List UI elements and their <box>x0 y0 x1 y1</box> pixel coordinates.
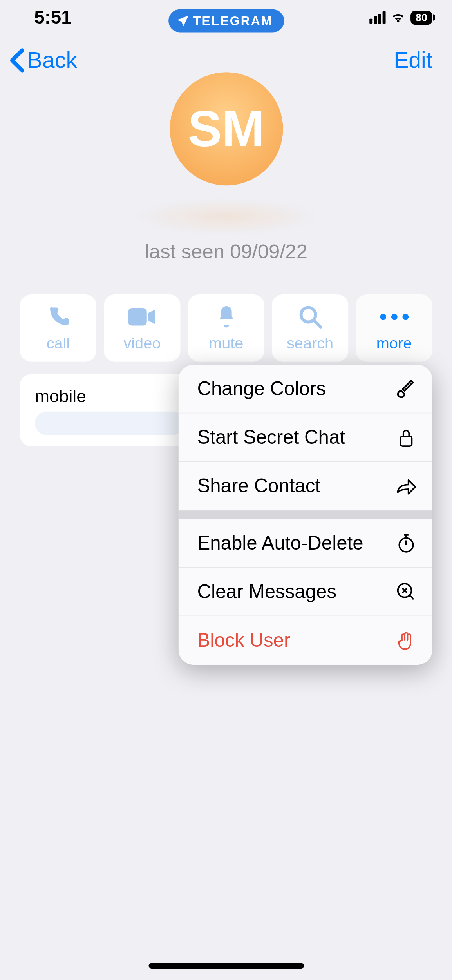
avatar[interactable]: SM <box>170 72 283 185</box>
menu-label: Start Secret Chat <box>197 426 345 448</box>
menu-separator <box>179 510 432 519</box>
menu-enable-auto-delete[interactable]: Enable Auto-Delete <box>179 519 432 568</box>
menu-clear-messages[interactable]: Clear Messages <box>179 568 432 616</box>
home-indicator[interactable] <box>148 963 304 969</box>
menu-label: Enable Auto-Delete <box>197 532 363 554</box>
call-button[interactable]: call <box>20 294 96 362</box>
magnifier-icon <box>298 304 323 329</box>
mute-button[interactable]: mute <box>188 294 264 362</box>
video-label: video <box>123 334 161 352</box>
menu-label: Share Contact <box>197 475 320 497</box>
contact-name-redacted <box>133 198 319 235</box>
svg-line-2 <box>313 319 321 327</box>
search-button[interactable]: search <box>272 294 348 362</box>
wifi-icon <box>391 11 405 24</box>
bell-icon <box>215 304 237 329</box>
status-right: 80 <box>369 10 432 25</box>
svg-point-4 <box>399 538 413 552</box>
menu-share-contact[interactable]: Share Contact <box>179 462 432 510</box>
brush-icon <box>395 379 417 399</box>
more-label: more <box>376 334 412 352</box>
battery-indicator: 80 <box>410 10 432 25</box>
app-pill-label: TELEGRAM <box>193 14 273 28</box>
lock-icon <box>395 427 417 447</box>
video-icon <box>128 304 156 329</box>
send-icon <box>175 14 189 28</box>
menu-label: Change Colors <box>197 377 325 400</box>
last-seen: last seen 09/09/22 <box>145 240 307 263</box>
timer-icon <box>395 533 417 553</box>
menu-change-colors[interactable]: Change Colors <box>179 365 432 414</box>
share-arrow-icon <box>395 477 417 495</box>
clear-chat-icon <box>395 582 417 602</box>
app-pill[interactable]: TELEGRAM <box>168 9 284 33</box>
action-row: call video mute search more <box>0 294 452 362</box>
status-bar: 5:51 TELEGRAM 80 <box>0 0 452 35</box>
menu-label: Block User <box>197 629 290 652</box>
more-button[interactable]: more <box>356 294 432 362</box>
more-icon <box>380 304 408 329</box>
chevron-left-icon <box>7 48 26 73</box>
nav-bar: Back Edit <box>0 35 452 78</box>
mute-label: mute <box>209 334 243 352</box>
more-popover: Change Colors Start Secret Chat Share Co… <box>179 365 432 665</box>
hand-icon <box>395 631 417 651</box>
svg-rect-0 <box>128 308 146 325</box>
back-button[interactable]: Back <box>7 47 77 74</box>
menu-start-secret-chat[interactable]: Start Secret Chat <box>179 413 432 462</box>
avatar-initials: SM <box>188 100 264 158</box>
status-time: 5:51 <box>34 7 71 28</box>
profile-header: SM last seen 09/09/22 <box>0 72 452 263</box>
mobile-number-redacted <box>35 412 184 435</box>
menu-label: Clear Messages <box>197 581 336 603</box>
call-label: call <box>47 334 70 352</box>
edit-button[interactable]: Edit <box>394 47 432 74</box>
svg-rect-3 <box>400 436 412 446</box>
signal-icon <box>369 11 385 24</box>
search-label: search <box>287 334 333 352</box>
back-label: Back <box>27 47 77 74</box>
menu-block-user[interactable]: Block User <box>179 616 432 665</box>
video-button[interactable]: video <box>104 294 180 362</box>
call-icon <box>46 304 71 329</box>
